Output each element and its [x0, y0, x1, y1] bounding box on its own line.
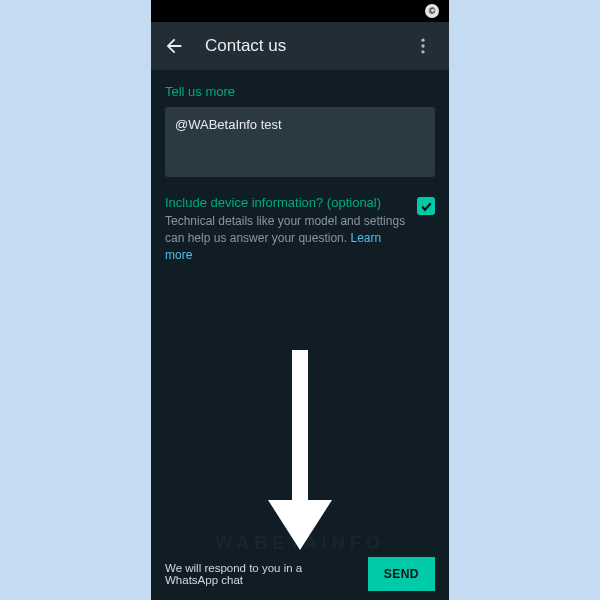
svg-point-2 [421, 50, 424, 53]
footer-response-text: We will respond to you in a WhatsApp cha… [165, 562, 358, 586]
tell-us-more-label: Tell us more [165, 84, 435, 99]
more-vert-icon[interactable] [409, 32, 437, 60]
device-info-description: Technical details like your model and se… [165, 213, 407, 263]
svg-point-0 [421, 39, 424, 42]
content-area: Tell us more Include device information?… [151, 70, 449, 548]
arrow-down-icon [260, 350, 340, 554]
svg-rect-3 [292, 350, 308, 505]
device-info-heading: Include device information? (optional) [165, 195, 407, 210]
footer-bar: We will respond to you in a WhatsApp cha… [151, 548, 449, 600]
page-title: Contact us [205, 36, 409, 56]
svg-point-1 [421, 44, 424, 47]
back-arrow-icon[interactable] [163, 35, 185, 57]
phone-frame: © Contact us Tell us more Include device… [151, 0, 449, 600]
device-info-row: Include device information? (optional) T… [165, 195, 435, 263]
app-bar: Contact us [151, 22, 449, 70]
send-button[interactable]: SEND [368, 557, 435, 591]
svg-marker-4 [268, 500, 332, 550]
feedback-input[interactable] [165, 107, 435, 177]
status-bar: © [151, 0, 449, 22]
include-device-info-checkbox[interactable] [417, 197, 435, 215]
status-indicator-icon: © [425, 4, 439, 18]
